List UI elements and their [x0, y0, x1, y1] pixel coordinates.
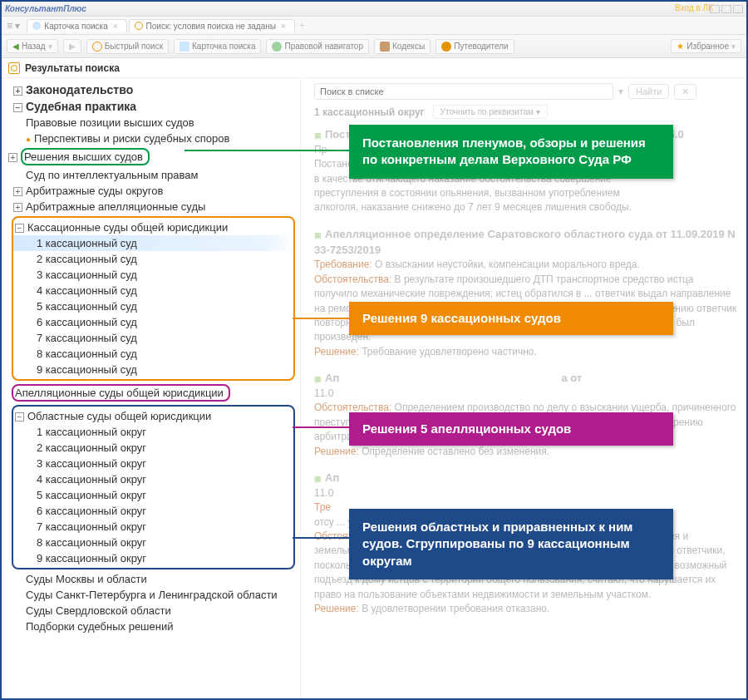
connector-blue: [293, 537, 351, 539]
okrug-6[interactable]: 6 кассационный округ: [13, 503, 293, 519]
okrug-5[interactable]: 5 кассационный округ: [13, 487, 293, 503]
search-results-icon: [8, 62, 20, 74]
max-button[interactable]: [721, 5, 731, 13]
item-spb-courts[interactable]: Суды Санкт-Петербурга и Ленинградской об…: [5, 587, 298, 603]
kass-court-5[interactable]: 5 кассационный суд: [13, 298, 293, 314]
item-ip-court[interactable]: Суд по интеллектуальным правам: [5, 167, 298, 183]
item-appeal-general[interactable]: Апелляционные суды общей юрисдикции: [5, 382, 298, 403]
callout-orange: Решения 9 кассационных судов: [349, 302, 673, 335]
section-legislation[interactable]: +Законодательство: [5, 81, 298, 98]
forward-button[interactable]: ▶: [63, 39, 81, 53]
okrug-8[interactable]: 8 кассационный округ: [13, 535, 293, 550]
close-icon[interactable]: ×: [113, 22, 118, 31]
okrug-4[interactable]: 4 кассационный округ: [13, 471, 293, 487]
kass-court-3[interactable]: 3 кассационный суд: [13, 267, 293, 283]
tab-label: Поиск: условия поиска не заданы: [146, 22, 276, 31]
kass-court-2[interactable]: 2 кассационный суд: [13, 251, 293, 267]
quick-search-button[interactable]: Быстрый поиск: [86, 39, 169, 54]
callout-blue: Решения областных и приравненных к ним с…: [349, 509, 673, 579]
result-doc-2[interactable]: ▣Апелляционное определение Саратовского …: [314, 227, 738, 359]
item-moscow-courts[interactable]: Суды Москвы и области: [5, 571, 298, 587]
new-tab-button[interactable]: +: [300, 21, 305, 30]
results-title: Результаты поиска: [25, 62, 120, 74]
find-button[interactable]: Найти: [628, 84, 669, 99]
legal-navigator-button[interactable]: Правовой навигатор: [266, 39, 369, 54]
back-button[interactable]: ◀Назад▾: [7, 39, 58, 53]
guides-button[interactable]: Путеводители: [436, 39, 514, 54]
codex-button[interactable]: Кодексы: [374, 39, 431, 54]
item-sverdlovsk-courts[interactable]: Суды Свердловской области: [5, 603, 298, 619]
clarify-button[interactable]: Уточнить по реквизитам ▾: [433, 105, 548, 119]
tab-search-empty[interactable]: Поиск: условия поиска не заданы ×: [129, 19, 295, 32]
crumb-label: 1 кассационный округ: [314, 106, 425, 118]
okrug-3[interactable]: 3 кассационный округ: [13, 456, 293, 471]
connector-purple: [293, 426, 351, 428]
okrug-2[interactable]: 2 кассационный округ: [13, 440, 293, 456]
list-search-input[interactable]: [314, 83, 613, 100]
okrug-7[interactable]: 7 кассационный округ: [13, 519, 293, 535]
item-cassation-general[interactable]: −Кассационные суды общей юрисдикции: [13, 219, 293, 235]
item-legal-positions[interactable]: Правовые позиции высших судов: [5, 115, 298, 131]
group-cassation-courts: −Кассационные суды общей юрисдикции 1 ка…: [12, 216, 295, 381]
item-arb-okrug[interactable]: +Арбитражные суды округов: [5, 183, 298, 199]
toolbar: ◀Назад▾ ▶ Быстрый поиск Карточка поиска …: [2, 35, 746, 58]
close-icon[interactable]: ×: [281, 22, 286, 31]
connector-green: [185, 150, 351, 151]
tab-card-search[interactable]: Карточка поиска ×: [27, 19, 126, 32]
item-oblast-general[interactable]: −Областные суды общей юрисдикции: [13, 408, 293, 424]
item-court-selections[interactable]: Подборки судебных решений: [5, 619, 298, 634]
card-search-button[interactable]: Карточка поиска: [174, 39, 261, 54]
filter-row: ▾ Найти ✕: [314, 83, 738, 100]
app-name: КонсультантПлюс: [5, 4, 86, 13]
sidebar-tree[interactable]: +Законодательство −Судебная практика Пра…: [2, 78, 301, 698]
close-button[interactable]: [733, 5, 743, 13]
results-header: Результаты поиска: [2, 58, 746, 78]
callout-green: Постановления пленумов, обзоры и решения…: [349, 125, 673, 179]
breadcrumb: 1 кассационный округ Уточнить по реквизи…: [314, 105, 738, 119]
window-buttons: [710, 5, 743, 13]
search-icon: [135, 22, 143, 30]
kass-court-8[interactable]: 8 кассационный суд: [13, 346, 293, 362]
section-judicial-practice[interactable]: −Судебная практика: [5, 98, 298, 115]
callout-purple: Решения 5 апелляционных судов: [349, 412, 673, 446]
favorites-button[interactable]: ★Избранное▾: [671, 39, 741, 53]
okrug-9[interactable]: 9 кассационный округ: [13, 550, 293, 566]
tabstrip: ≡ ▾ Карточка поиска × Поиск: условия пои…: [2, 17, 746, 35]
item-arb-appeal[interactable]: +Арбитражные апелляционные суды: [5, 199, 298, 214]
item-risks[interactable]: ●Перспективы и риски судебных споров: [5, 131, 298, 146]
titlebar: КонсультантПлюс: [2, 2, 746, 17]
okrug-1[interactable]: 1 кассационный округ: [13, 424, 293, 440]
tab-icon: [32, 22, 41, 30]
kass-court-9[interactable]: 9 кассационный суд: [13, 362, 293, 377]
group-oblast-courts: −Областные суды общей юрисдикции 1 касса…: [12, 405, 295, 569]
menu-icon[interactable]: ≡ ▾: [7, 20, 20, 32]
clear-button[interactable]: ✕: [674, 84, 696, 100]
kass-court-6[interactable]: 6 кассационный суд: [13, 314, 293, 330]
kass-court-4[interactable]: 4 кассационный суд: [13, 283, 293, 298]
kass-court-7[interactable]: 7 кассационный суд: [13, 330, 293, 346]
tab-label: Карточка поиска: [44, 22, 107, 31]
connector-orange: [293, 318, 351, 319]
login-hint[interactable]: Вход в ЛК: [675, 3, 713, 12]
kass-court-1[interactable]: 1 кассационный суд: [13, 235, 293, 251]
